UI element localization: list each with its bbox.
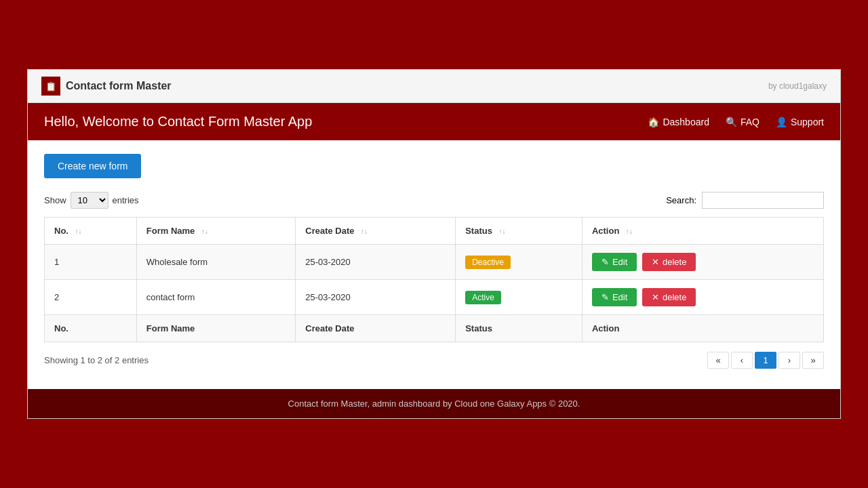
nav-links: 🏠 Dashboard 🔍 FAQ 👤 Support [648, 117, 824, 127]
edit-icon-2: ✎ [601, 292, 609, 302]
by-label: by cloud1galaxy [768, 81, 827, 91]
edit-button-2[interactable]: ✎ Edit [592, 288, 637, 306]
table-row: 2 contact form 25-03-2020 Active ✎ Edit … [45, 280, 824, 315]
edit-icon-1: ✎ [601, 257, 609, 267]
top-bar: 📋 Contact form Master by cloud1galaxy [28, 70, 840, 103]
cell-no-2: 2 [45, 280, 137, 315]
sort-form-name-icon[interactable]: ↑↓ [201, 228, 208, 235]
content-area: Create new form Show 10 25 50 100 entrie… [28, 140, 840, 389]
cell-form-name-2: contact form [136, 280, 295, 315]
cell-status-2: Active [456, 280, 583, 315]
search-input[interactable] [702, 192, 824, 209]
status-badge-deactive: Deactive [465, 256, 511, 269]
sort-create-date-icon[interactable]: ↑↓ [361, 228, 368, 235]
footer: Contact form Master, admin dashboard by … [28, 389, 840, 418]
col-action-label: Action [592, 226, 619, 236]
status-badge-active: Active [465, 291, 501, 304]
footer-cell-form-name: Form Name [136, 315, 295, 342]
edit-label-2: Edit [612, 292, 627, 302]
delete-button-1[interactable]: ✕ delete [642, 253, 696, 271]
app-icon-symbol: 📋 [45, 81, 56, 92]
delete-icon-1: ✕ [652, 257, 659, 267]
col-no-label: No. [54, 226, 68, 236]
search-box: Search: [666, 192, 824, 209]
edit-label-1: Edit [612, 257, 627, 267]
nav-support-label: Support [791, 117, 824, 127]
cell-create-date-1: 25-03-2020 [296, 245, 456, 280]
nav-bar: Hello, Welcome to Contact Form Master Ap… [28, 103, 840, 140]
cell-action-1: ✎ Edit ✕ delete [582, 245, 823, 280]
show-label: Show [44, 195, 66, 205]
cell-action-2: ✎ Edit ✕ delete [582, 280, 823, 315]
data-table: No. ↑↓ Form Name ↑↓ Create Date ↑↓ Statu… [44, 217, 824, 342]
sort-no-icon[interactable]: ↑↓ [75, 228, 82, 235]
search-label: Search: [666, 195, 696, 205]
col-form-name-label: Form Name [146, 226, 195, 236]
welcome-text: Hello, Welcome to Contact Form Master Ap… [44, 114, 312, 129]
delete-button-2[interactable]: ✕ delete [642, 288, 696, 306]
pagination-next[interactable]: › [778, 352, 800, 369]
footer-cell-status: Status [456, 315, 583, 342]
create-new-form-button[interactable]: Create new form [44, 154, 141, 178]
col-status: Status ↑↓ [456, 218, 583, 245]
main-container: 📋 Contact form Master by cloud1galaxy He… [27, 69, 841, 419]
app-icon: 📋 [41, 77, 60, 96]
cell-form-name-1: Wholesale form [136, 245, 295, 280]
pagination-page-1[interactable]: 1 [755, 352, 776, 369]
table-row: 1 Wholesale form 25-03-2020 Deactive ✎ E… [45, 245, 824, 280]
sort-action-icon[interactable]: ↑↓ [626, 228, 633, 235]
nav-faq[interactable]: 🔍 FAQ [726, 117, 760, 127]
pagination: « ‹ 1 › » [707, 352, 824, 369]
col-no: No. ↑↓ [45, 218, 137, 245]
pagination-prev[interactable]: ‹ [731, 352, 753, 369]
nav-faq-label: FAQ [741, 117, 760, 127]
col-create-date: Create Date ↑↓ [296, 218, 456, 245]
entries-info: Showing 1 to 2 of 2 entries [44, 355, 149, 365]
edit-button-1[interactable]: ✎ Edit [592, 253, 637, 271]
col-form-name: Form Name ↑↓ [136, 218, 295, 245]
entries-select[interactable]: 10 25 50 100 [71, 192, 108, 209]
nav-support[interactable]: 👤 Support [776, 117, 824, 127]
table-controls: Show 10 25 50 100 entries Search: [44, 192, 824, 209]
pagination-first[interactable]: « [707, 352, 729, 369]
col-status-label: Status [465, 226, 492, 236]
search-icon: 🔍 [726, 117, 737, 127]
table-footer-row: No. Form Name Create Date Status Action [45, 315, 824, 342]
cell-create-date-2: 25-03-2020 [296, 280, 456, 315]
entries-label: entries [113, 195, 139, 205]
sort-status-icon[interactable]: ↑↓ [499, 228, 506, 235]
delete-label-2: delete [663, 292, 686, 302]
nav-dashboard[interactable]: 🏠 Dashboard [648, 117, 709, 127]
footer-cell-action: Action [582, 315, 823, 342]
footer-cell-create-date: Create Date [296, 315, 456, 342]
table-footer: Showing 1 to 2 of 2 entries « ‹ 1 › » [44, 352, 824, 369]
cell-status-1: Deactive [456, 245, 583, 280]
app-title: Contact form Master [66, 80, 172, 92]
col-action: Action ↑↓ [582, 218, 823, 245]
pagination-last[interactable]: » [802, 352, 824, 369]
delete-icon-2: ✕ [652, 292, 659, 302]
footer-cell-no: No. [45, 315, 137, 342]
col-create-date-label: Create Date [305, 226, 354, 236]
footer-text: Contact form Master, admin dashboard by … [288, 399, 580, 409]
top-bar-left: 📋 Contact form Master [41, 77, 172, 96]
nav-dashboard-label: Dashboard [663, 117, 709, 127]
cell-no-1: 1 [45, 245, 137, 280]
user-icon: 👤 [776, 117, 787, 127]
show-entries-control: Show 10 25 50 100 entries [44, 192, 139, 209]
delete-label-1: delete [663, 257, 686, 267]
table-header-row: No. ↑↓ Form Name ↑↓ Create Date ↑↓ Statu… [45, 218, 824, 245]
home-icon: 🏠 [648, 117, 659, 127]
